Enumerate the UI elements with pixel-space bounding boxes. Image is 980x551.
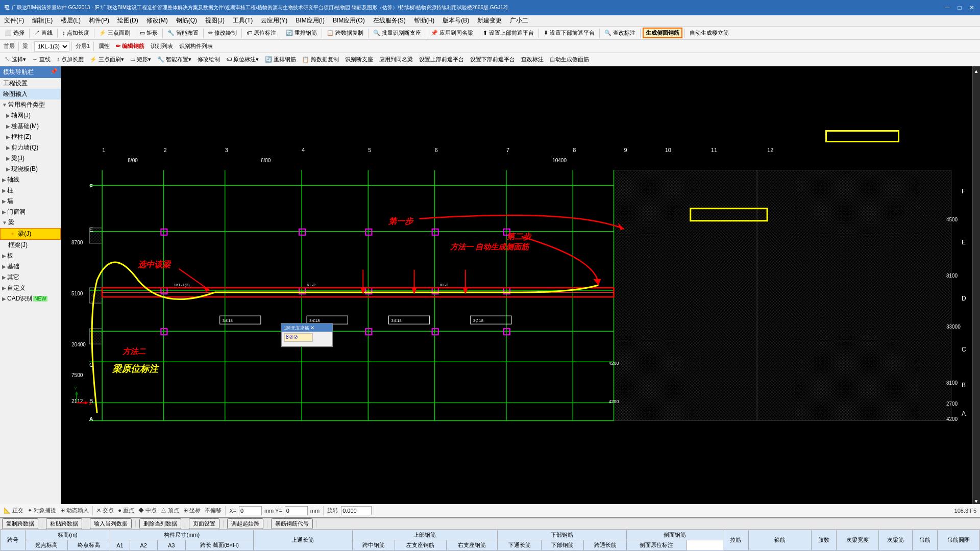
auto-generate-btn[interactable]: 自动生成楼立筋 [687, 28, 731, 38]
nav-item-project[interactable]: 工程设置 [0, 78, 61, 89]
menu-item-s[interactable]: 在线服务(S) [369, 15, 410, 26]
menu-item-p[interactable]: 构件(P) [85, 15, 113, 26]
nav-item-slab[interactable]: ▶现浇板(B) [4, 164, 61, 174]
tb3-btn-点加长度[interactable]: ↕ 点加长度 [54, 55, 86, 64]
nav-item-cad[interactable]: ▶CAD识别 NEW [0, 293, 61, 304]
tb3-btn-直线[interactable]: → 直线 [30, 55, 53, 64]
tb3-btn-设置上部前遮平台[interactable]: 设置上部前遮平台 [416, 55, 467, 64]
nav-item-column[interactable]: ▶框柱(Z) [4, 132, 61, 142]
tb3-btn-识别断支座[interactable]: 识别断支座 [342, 55, 376, 64]
tb1-btn-点加长度[interactable]: ↕ 点加长度 [60, 28, 92, 38]
menu-item-d[interactable]: 绘图(D) [113, 15, 142, 26]
nav-item-frame-beam[interactable]: 框梁(J) [0, 240, 61, 251]
menu-item-j[interactable]: 视图(J) [201, 15, 229, 26]
generate-side-rebar-btn[interactable]: 生成侧面钢筋 [643, 28, 682, 38]
nav-item-beam-main[interactable]: ▼梁 [0, 217, 61, 228]
bottom-btn-删除当列数据[interactable]: 删除当列数据 [139, 518, 181, 529]
cad-canvas[interactable]: 1 2 3 4 5 6 7 8 9 10 11 12 8/00 6/00 104… [61, 66, 972, 504]
svg-text:8/00: 8/00 [128, 158, 138, 163]
tb3-btn-查改标注[interactable]: 查改标注 [519, 55, 546, 64]
tb1-btn-智能布置[interactable]: 🔧 智能布置 [165, 28, 201, 38]
tb3-btn-应用到同名梁[interactable]: 应用到同名梁 [377, 55, 415, 64]
tb3-btn-设置下部前遮平台[interactable]: 设置下部前遮平台 [468, 55, 518, 64]
canvas-panels: 模块导航栏 📌 工程设置 绘图输入 ▼ 常用构件类型 ▶轴网(J) ▶桩基础(M… [0, 66, 980, 504]
nav-item-beam[interactable]: ▶梁(J) [4, 153, 61, 164]
menu-item-bimo[interactable]: BIM应用(O) [329, 15, 369, 26]
tb1-btn-应用到同名梁[interactable]: 📌 应用到同名梁 [428, 28, 476, 38]
menu-item-m[interactable]: 修改(M) [142, 15, 172, 26]
nav-item-pilefound[interactable]: ▶桩基础(M) [4, 121, 61, 132]
tb1-btn-设置上部前遮平台[interactable]: ⬆ 设置上部前遮平台 [480, 28, 536, 38]
nav-item-custom[interactable]: ▶自定义 [0, 283, 61, 293]
close-button[interactable]: ✕ [968, 4, 976, 12]
bottom-btn-输入当列数据[interactable]: 输入当列数据 [90, 518, 132, 529]
menu-item-e[interactable]: 编辑(E) [28, 15, 57, 26]
common-types-header[interactable]: ▼ 常用构件类型 [0, 99, 61, 110]
svg-text:A: A [962, 410, 966, 417]
tb1-btn-查改标注[interactable]: 🔍 查改标注 [602, 28, 638, 38]
menu-item-h[interactable]: 帮助(H) [410, 15, 439, 26]
x-input[interactable] [239, 506, 262, 515]
tb3-btn-原位标注[interactable]: 🏷 原位标注▾ [224, 55, 261, 64]
bottom-btn-页面设置[interactable]: 页面设置 [189, 518, 219, 529]
tb1-btn-三点面刷[interactable]: ⚡ 三点面刷 [96, 28, 133, 38]
sep [29, 29, 30, 38]
tb3-btn-自动生成侧面筋[interactable]: 自动生成侧面筋 [547, 55, 592, 64]
y-input[interactable] [285, 506, 308, 515]
property-btn[interactable]: 属性 [96, 41, 112, 51]
nav-item-shearwall[interactable]: ▶剪力墙(Q) [4, 142, 61, 153]
tb1-btn-跨数据复制[interactable]: 📋 跨数据复制 [324, 28, 366, 38]
menu-item-[interactable]: 广小二 [506, 15, 532, 26]
menu-item-bimi[interactable]: BIM应用(I) [291, 15, 329, 26]
maximize-button[interactable]: □ [955, 4, 964, 12]
panel-pin-icon[interactable]: 📌 [50, 68, 58, 77]
nav-item-slab2[interactable]: ▶板 [0, 251, 61, 261]
tb3-btn-跨数据复制[interactable]: 📋 跨数据复制 [300, 55, 341, 64]
tb1-btn-修改绘制[interactable]: ✏ 修改绘制 [206, 28, 239, 38]
nav-item-axis[interactable]: ▶轴线 [0, 174, 61, 185]
tb1-btn-重排钢筋[interactable]: 🔄 重排钢筋 [283, 28, 320, 38]
menu-item-q[interactable]: 钢筋(Q) [172, 15, 201, 26]
tb1-btn-原位标注[interactable]: 🏷 原位标注 [244, 28, 279, 38]
scroll-down-btn[interactable]: ▼ [974, 498, 979, 504]
bottom-btn-调起起始跨[interactable]: 调起起始跨 [227, 518, 263, 529]
menu-item-b[interactable]: 版本号(B) [438, 15, 473, 26]
tb3-btn-重排钢筋[interactable]: 🔄 重排钢筋 [262, 55, 299, 64]
nav-item-other[interactable]: ▶其它 [0, 272, 61, 283]
tb1-btn-矩形[interactable]: ▭ 矩形 [137, 28, 160, 38]
bottom-btn-粘贴跨数据[interactable]: 粘贴跨数据 [46, 518, 82, 529]
tb3-btn-三点面刷[interactable]: ⚡ 三点面刷▾ [87, 55, 127, 64]
bottom-btn-复制跨数据[interactable]: 复制跨数据 [2, 518, 38, 529]
bottom-btn-暴筋钢筋代号[interactable]: 暴筋钢筋代号 [271, 518, 313, 529]
nav-item-drawing[interactable]: 绘图输入 [0, 89, 61, 99]
scroll-up-btn[interactable]: ▲ [974, 68, 979, 74]
identify-member-btn[interactable]: 识别构件列表 [177, 41, 215, 51]
nav-item-grid[interactable]: ▶轴网(J) [4, 110, 61, 121]
toolbar-sep-2 [32, 42, 32, 51]
tb3-btn-矩形[interactable]: ▭ 矩形▾ [128, 55, 154, 64]
tb3-btn-智能布置[interactable]: 🔧 智能布置▾ [155, 55, 194, 64]
nav-item-found[interactable]: ▶基础 [0, 261, 61, 272]
nav-item-beam-j[interactable]: 🔸 梁(J) [0, 228, 61, 240]
menu-item-t[interactable]: 工具(T) [229, 15, 257, 26]
member-select[interactable]: 1KL-1(3) [34, 41, 69, 52]
toolbar-sep-s1 [92, 506, 93, 515]
menu-item-y[interactable]: 云应用(Y) [257, 15, 291, 26]
tb1-btn-批量识别断支座[interactable]: 🔍 批量识别断支座 [371, 28, 424, 38]
menu-item-l[interactable]: 楼层(L) [57, 15, 85, 26]
nav-item-door[interactable]: ▶门窗洞 [0, 207, 61, 217]
menu-item-f[interactable]: 文件(F) [0, 15, 28, 26]
tb1-btn-选择[interactable]: ⬜ 选择 [2, 28, 27, 38]
identify-list-btn[interactable]: 识别列表 [148, 41, 176, 51]
minimize-button[interactable]: ─ [943, 4, 951, 12]
table-container[interactable]: 跨号标高(m)构件尺寸(mm)上通长筋上部钢筋下部钢筋侧面钢筋拉筋箍筋肢数次梁宽… [0, 530, 980, 551]
tb1-btn-直线[interactable]: ↗ 直线 [32, 28, 55, 38]
nav-item-col[interactable]: ▶柱 [0, 185, 61, 196]
edit-rebar-btn[interactable]: ✏ 编辑钢筋 [113, 41, 147, 51]
rotate-input[interactable] [341, 506, 372, 515]
tb3-btn-修改绘制[interactable]: 修改绘制 [195, 55, 223, 64]
tb3-btn-选择[interactable]: ↖ 选择▾ [2, 55, 29, 64]
nav-item-wall[interactable]: ▶墙 [0, 196, 61, 207]
menu-item-[interactable]: 新建变更 [473, 15, 506, 26]
tb1-btn-设置下部前遮平台[interactable]: ⬇ 设置下部前遮平台 [541, 28, 597, 38]
